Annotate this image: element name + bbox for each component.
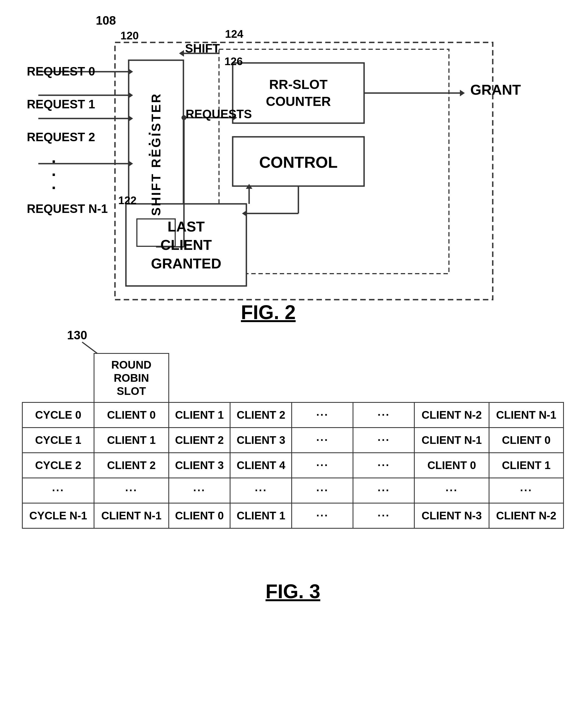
fig3-caption: FIG. 3 xyxy=(266,580,320,602)
table-row: CYCLE 2 CLIENT 2 CLIENT 3 CLIENT 4 ··· ·… xyxy=(22,453,564,478)
dots-row-1: ··· xyxy=(94,478,169,503)
dots-row-5: ··· xyxy=(353,478,415,503)
rr-slot-counter-label: RR-SLOTCOUNTER xyxy=(266,76,331,110)
cycle-2-client-1: CLIENT 1 xyxy=(489,453,563,478)
cycle-n1-client-n3: CLIENT N-3 xyxy=(415,503,489,529)
cycle-2-dots-2: ··· xyxy=(353,453,415,478)
cycle-0-client-1: CLIENT 1 xyxy=(169,403,230,428)
fig3-caption-wrapper: FIG. 3 xyxy=(22,580,564,603)
request-0-label: REQUEST 0 xyxy=(27,65,108,78)
table-row: CYCLE N-1 CLIENT N-1 CLIENT 0 CLIENT 1 ·… xyxy=(22,503,564,529)
cycle-0-client-0: CLIENT 0 xyxy=(94,403,169,428)
cycle-n1-client-n1: CLIENT N-1 xyxy=(94,503,169,529)
cycle-0-client-n2: CLIENT N-2 xyxy=(415,403,489,428)
last-client-granted-label: LASTCLIENTGRANTED xyxy=(151,217,221,273)
shift-register-dots: ··· xyxy=(148,129,151,160)
cycle-2-client-0: CLIENT 0 xyxy=(415,453,489,478)
cycle-n1-client-1: CLIENT 1 xyxy=(230,503,292,529)
svg-marker-15 xyxy=(179,50,184,57)
cycle-1-client-0: CLIENT 0 xyxy=(489,428,563,453)
control-box: CONTROL xyxy=(233,138,363,186)
label-120: 120 xyxy=(121,29,139,42)
cycle-1-client-1: CLIENT 1 xyxy=(94,428,169,453)
cycle-n1-dots-2: ··· xyxy=(353,503,415,529)
cycle-n1-label: CYCLE N-1 xyxy=(22,503,94,529)
cycle-2-client-2: CLIENT 2 xyxy=(94,453,169,478)
table-row: CYCLE 0 CLIENT 0 CLIENT 1 CLIENT 2 ··· ·… xyxy=(22,403,564,428)
cycle-n1-client-n2: CLIENT N-2 xyxy=(489,503,563,529)
request-1-label: REQUEST 1 xyxy=(27,98,108,111)
control-label: CONTROL xyxy=(259,153,338,171)
dots-row-6: ··· xyxy=(415,478,489,503)
dots-row-cycle: ··· xyxy=(22,478,94,503)
request-labels: REQUEST 0 REQUEST 1 REQUEST 2 ··· REQUES… xyxy=(27,65,108,216)
round-robin-slot-header: ROUNDROBINSLOT xyxy=(94,354,169,403)
cycle-n1-client-0: CLIENT 0 xyxy=(169,503,230,529)
cycle-2-client-3: CLIENT 3 xyxy=(169,453,230,478)
svg-line-30 xyxy=(82,342,99,355)
cycle-0-client-2: CLIENT 2 xyxy=(230,403,292,428)
requests-label: REQUESTS xyxy=(186,107,252,121)
table-row: ··· ··· ··· ··· ··· ··· ··· ··· xyxy=(22,478,564,503)
dots-row-4: ··· xyxy=(292,478,353,503)
shift-label: SHIFT xyxy=(185,42,220,55)
fig2-caption: FIG. 2 xyxy=(22,301,514,323)
request-2-label: REQUEST 2 xyxy=(27,130,108,144)
cycle-0-label: CYCLE 0 xyxy=(22,403,94,428)
cycle-0-client-n1: CLIENT N-1 xyxy=(489,403,563,428)
rr-slot-counter-box: RR-SLOTCOUNTER xyxy=(233,64,363,122)
table-row: CYCLE 1 CLIENT 1 CLIENT 2 CLIENT 3 ··· ·… xyxy=(22,428,564,453)
dots-row-3: ··· xyxy=(230,478,292,503)
label-108: 108 xyxy=(96,14,116,27)
cycle-1-dots-1: ··· xyxy=(292,428,353,453)
cycle-1-client-n1: CLIENT N-1 xyxy=(415,428,489,453)
grant-label: GRANT xyxy=(470,82,521,98)
cycle-2-dots-1: ··· xyxy=(292,453,353,478)
cycle-2-label: CYCLE 2 xyxy=(22,453,94,478)
cycle-1-client-3: CLIENT 3 xyxy=(230,428,292,453)
svg-marker-27 xyxy=(460,90,465,96)
cycle-n1-dots-1: ··· xyxy=(292,503,353,529)
cycle-1-dots-2: ··· xyxy=(353,428,415,453)
cycle-1-client-2: CLIENT 2 xyxy=(169,428,230,453)
last-client-granted-box: LASTCLIENTGRANTED xyxy=(127,205,246,285)
dots-row-7: ··· xyxy=(489,478,563,503)
cycle-2-client-4: CLIENT 4 xyxy=(230,453,292,478)
cycle-0-dots-2: ··· xyxy=(353,403,415,428)
cycle-0-dots-1: ··· xyxy=(292,403,353,428)
cycle-1-label: CYCLE 1 xyxy=(22,428,94,453)
round-robin-table: ROUNDROBINSLOT CYCLE 0 CLIENT 0 CLIENT 1… xyxy=(22,353,564,529)
request-dots: ··· xyxy=(51,155,108,194)
request-n1-label: REQUEST N-1 xyxy=(27,202,108,216)
dots-row-2: ··· xyxy=(169,478,230,503)
label-124: 124 xyxy=(225,28,243,40)
